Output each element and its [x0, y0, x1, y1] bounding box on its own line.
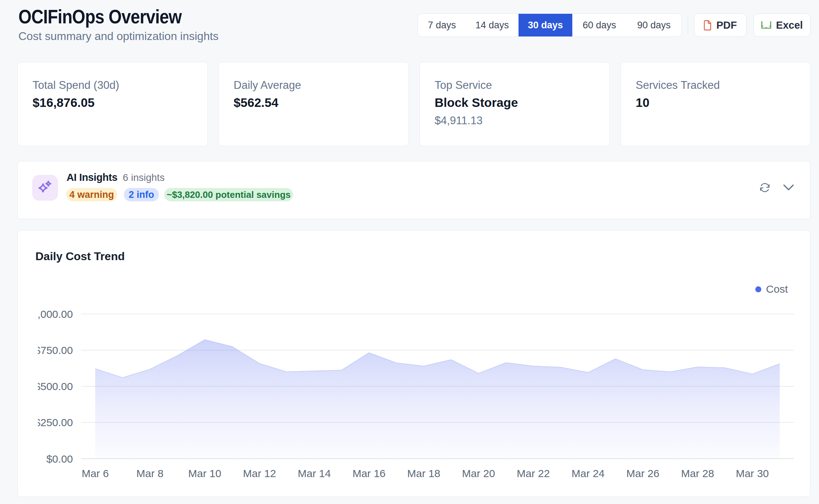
svg-text:$750.00: $750.00 — [35, 344, 73, 356]
svg-text:Mar 26: Mar 26 — [626, 468, 659, 479]
svg-text:Mar 18: Mar 18 — [407, 468, 440, 479]
svg-text:$1,000.00: $1,000.00 — [34, 308, 73, 320]
svg-text:Mar 6: Mar 6 — [82, 468, 109, 479]
svg-text:Mar 16: Mar 16 — [353, 468, 385, 479]
svg-text:Mar 22: Mar 22 — [517, 468, 550, 479]
svg-text:Mar 30: Mar 30 — [736, 468, 769, 479]
svg-text:Mar 8: Mar 8 — [136, 468, 164, 479]
svg-text:Mar 24: Mar 24 — [572, 468, 605, 479]
svg-text:$500.00: $500.00 — [35, 380, 73, 392]
svg-text:$0.00: $0.00 — [46, 453, 73, 465]
svg-text:Mar 28: Mar 28 — [681, 468, 714, 479]
svg-text:Mar 12: Mar 12 — [243, 468, 276, 479]
svg-text:Mar 10: Mar 10 — [188, 468, 221, 479]
svg-text:Mar 14: Mar 14 — [298, 468, 331, 479]
svg-text:Mar 20: Mar 20 — [462, 468, 495, 479]
svg-text:$250.00: $250.00 — [35, 417, 73, 428]
